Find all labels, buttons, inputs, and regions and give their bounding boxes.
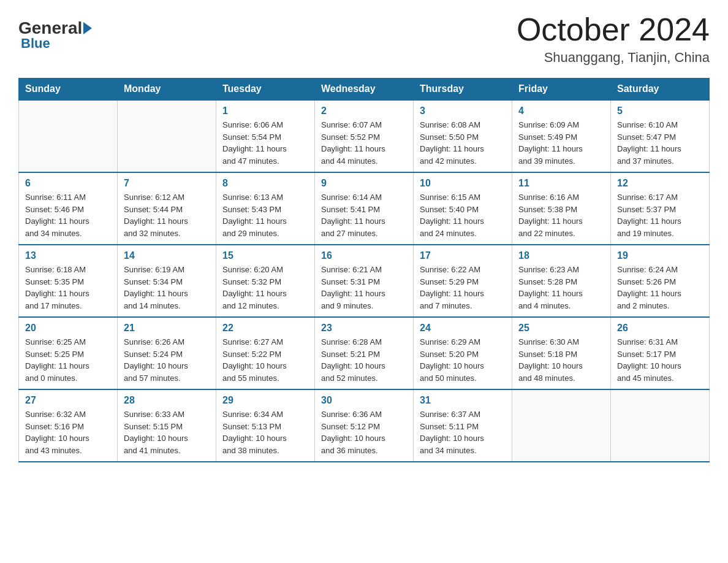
- weekday-header-tuesday: Tuesday: [216, 79, 315, 101]
- calendar-cell: 28Sunrise: 6:33 AM Sunset: 5:15 PM Dayli…: [118, 389, 216, 462]
- calendar-cell: 27Sunrise: 6:32 AM Sunset: 5:16 PM Dayli…: [19, 389, 118, 462]
- day-info: Sunrise: 6:23 AM Sunset: 5:28 PM Dayligh…: [518, 264, 604, 312]
- calendar-cell: 26Sunrise: 6:31 AM Sunset: 5:17 PM Dayli…: [611, 317, 710, 389]
- calendar-cell: 10Sunrise: 6:15 AM Sunset: 5:40 PM Dayli…: [414, 172, 512, 245]
- calendar-week-row: 6Sunrise: 6:11 AM Sunset: 5:46 PM Daylig…: [19, 172, 710, 245]
- day-number: 12: [617, 178, 703, 189]
- day-number: 13: [25, 250, 111, 261]
- day-number: 23: [321, 323, 407, 334]
- day-number: 30: [321, 395, 407, 406]
- day-number: 31: [420, 395, 506, 406]
- day-info: Sunrise: 6:25 AM Sunset: 5:25 PM Dayligh…: [25, 336, 111, 384]
- day-info: Sunrise: 6:07 AM Sunset: 5:52 PM Dayligh…: [321, 119, 407, 167]
- calendar-cell: 20Sunrise: 6:25 AM Sunset: 5:25 PM Dayli…: [19, 317, 118, 389]
- calendar-cell: 29Sunrise: 6:34 AM Sunset: 5:13 PM Dayli…: [216, 389, 315, 462]
- day-info: Sunrise: 6:08 AM Sunset: 5:50 PM Dayligh…: [420, 119, 506, 167]
- calendar-table: SundayMondayTuesdayWednesdayThursdayFrid…: [18, 78, 710, 462]
- calendar-cell: 25Sunrise: 6:30 AM Sunset: 5:18 PM Dayli…: [512, 317, 611, 389]
- calendar-cell: 5Sunrise: 6:10 AM Sunset: 5:47 PM Daylig…: [611, 100, 710, 172]
- day-number: 4: [518, 105, 604, 117]
- calendar-cell: 9Sunrise: 6:14 AM Sunset: 5:41 PM Daylig…: [315, 172, 414, 245]
- calendar-week-row: 20Sunrise: 6:25 AM Sunset: 5:25 PM Dayli…: [19, 317, 710, 389]
- day-number: 25: [518, 323, 604, 334]
- calendar-cell: 16Sunrise: 6:21 AM Sunset: 5:31 PM Dayli…: [315, 245, 414, 317]
- day-info: Sunrise: 6:29 AM Sunset: 5:20 PM Dayligh…: [420, 336, 506, 384]
- day-number: 7: [124, 178, 210, 189]
- day-info: Sunrise: 6:10 AM Sunset: 5:47 PM Dayligh…: [617, 119, 703, 167]
- day-number: 17: [420, 250, 506, 261]
- location-title: Shuanggang, Tianjin, China: [517, 50, 710, 66]
- day-number: 20: [25, 323, 111, 334]
- calendar-cell: 23Sunrise: 6:28 AM Sunset: 5:21 PM Dayli…: [315, 317, 414, 389]
- day-number: 9: [321, 178, 407, 189]
- day-info: Sunrise: 6:24 AM Sunset: 5:26 PM Dayligh…: [617, 264, 703, 312]
- day-number: 1: [222, 105, 308, 117]
- day-number: 6: [25, 178, 111, 189]
- title-area: October 2024 Shuanggang, Tianjin, China: [517, 12, 710, 66]
- calendar-cell: 30Sunrise: 6:36 AM Sunset: 5:12 PM Dayli…: [315, 389, 414, 462]
- day-info: Sunrise: 6:30 AM Sunset: 5:18 PM Dayligh…: [518, 336, 604, 384]
- day-info: Sunrise: 6:32 AM Sunset: 5:16 PM Dayligh…: [25, 408, 111, 456]
- weekday-header-monday: Monday: [118, 79, 216, 101]
- day-number: 19: [617, 250, 703, 261]
- calendar-cell: [118, 100, 216, 172]
- day-number: 27: [25, 395, 111, 406]
- calendar-cell: 18Sunrise: 6:23 AM Sunset: 5:28 PM Dayli…: [512, 245, 611, 317]
- calendar-cell: 13Sunrise: 6:18 AM Sunset: 5:35 PM Dayli…: [19, 245, 118, 317]
- weekday-header-sunday: Sunday: [19, 79, 118, 101]
- calendar-cell: 24Sunrise: 6:29 AM Sunset: 5:20 PM Dayli…: [414, 317, 512, 389]
- day-number: 21: [124, 323, 210, 334]
- calendar-cell: 17Sunrise: 6:22 AM Sunset: 5:29 PM Dayli…: [414, 245, 512, 317]
- day-info: Sunrise: 6:21 AM Sunset: 5:31 PM Dayligh…: [321, 264, 407, 312]
- day-number: 5: [617, 105, 703, 117]
- day-info: Sunrise: 6:26 AM Sunset: 5:24 PM Dayligh…: [124, 336, 210, 384]
- calendar-cell: 1Sunrise: 6:06 AM Sunset: 5:54 PM Daylig…: [216, 100, 315, 172]
- calendar-cell: [611, 389, 710, 462]
- page-header: General Blue October 2024 Shuanggang, Ti…: [18, 12, 710, 66]
- calendar-week-row: 27Sunrise: 6:32 AM Sunset: 5:16 PM Dayli…: [19, 389, 710, 462]
- day-number: 11: [518, 178, 604, 189]
- day-info: Sunrise: 6:37 AM Sunset: 5:11 PM Dayligh…: [420, 408, 506, 456]
- day-info: Sunrise: 6:31 AM Sunset: 5:17 PM Dayligh…: [617, 336, 703, 384]
- day-info: Sunrise: 6:09 AM Sunset: 5:49 PM Dayligh…: [518, 119, 604, 167]
- calendar-cell: 19Sunrise: 6:24 AM Sunset: 5:26 PM Dayli…: [611, 245, 710, 317]
- day-info: Sunrise: 6:16 AM Sunset: 5:38 PM Dayligh…: [518, 191, 604, 239]
- day-info: Sunrise: 6:27 AM Sunset: 5:22 PM Dayligh…: [222, 336, 308, 384]
- calendar-cell: 31Sunrise: 6:37 AM Sunset: 5:11 PM Dayli…: [414, 389, 512, 462]
- month-title: October 2024: [517, 12, 710, 47]
- calendar-cell: 8Sunrise: 6:13 AM Sunset: 5:43 PM Daylig…: [216, 172, 315, 245]
- calendar-cell: [19, 100, 118, 172]
- day-number: 10: [420, 178, 506, 189]
- logo-blue-text: Blue: [21, 36, 50, 52]
- day-info: Sunrise: 6:28 AM Sunset: 5:21 PM Dayligh…: [321, 336, 407, 384]
- day-number: 18: [518, 250, 604, 261]
- calendar-cell: 4Sunrise: 6:09 AM Sunset: 5:49 PM Daylig…: [512, 100, 611, 172]
- calendar-cell: [512, 389, 611, 462]
- weekday-header-row: SundayMondayTuesdayWednesdayThursdayFrid…: [19, 79, 710, 101]
- day-info: Sunrise: 6:18 AM Sunset: 5:35 PM Dayligh…: [25, 264, 111, 312]
- calendar-cell: 11Sunrise: 6:16 AM Sunset: 5:38 PM Dayli…: [512, 172, 611, 245]
- calendar-week-row: 1Sunrise: 6:06 AM Sunset: 5:54 PM Daylig…: [19, 100, 710, 172]
- calendar-cell: 14Sunrise: 6:19 AM Sunset: 5:34 PM Dayli…: [118, 245, 216, 317]
- calendar-cell: 21Sunrise: 6:26 AM Sunset: 5:24 PM Dayli…: [118, 317, 216, 389]
- day-info: Sunrise: 6:36 AM Sunset: 5:12 PM Dayligh…: [321, 408, 407, 456]
- day-info: Sunrise: 6:12 AM Sunset: 5:44 PM Dayligh…: [124, 191, 210, 239]
- day-info: Sunrise: 6:06 AM Sunset: 5:54 PM Dayligh…: [222, 119, 308, 167]
- day-info: Sunrise: 6:34 AM Sunset: 5:13 PM Dayligh…: [222, 408, 308, 456]
- day-info: Sunrise: 6:14 AM Sunset: 5:41 PM Dayligh…: [321, 191, 407, 239]
- logo: General Blue: [18, 12, 92, 52]
- calendar-cell: 22Sunrise: 6:27 AM Sunset: 5:22 PM Dayli…: [216, 317, 315, 389]
- day-number: 22: [222, 323, 308, 334]
- day-info: Sunrise: 6:19 AM Sunset: 5:34 PM Dayligh…: [124, 264, 210, 312]
- day-info: Sunrise: 6:11 AM Sunset: 5:46 PM Dayligh…: [25, 191, 111, 239]
- day-number: 28: [124, 395, 210, 406]
- day-number: 8: [222, 178, 308, 189]
- weekday-header-saturday: Saturday: [611, 79, 710, 101]
- calendar-cell: 3Sunrise: 6:08 AM Sunset: 5:50 PM Daylig…: [414, 100, 512, 172]
- calendar-cell: 7Sunrise: 6:12 AM Sunset: 5:44 PM Daylig…: [118, 172, 216, 245]
- day-number: 24: [420, 323, 506, 334]
- day-number: 2: [321, 105, 407, 117]
- calendar-cell: 2Sunrise: 6:07 AM Sunset: 5:52 PM Daylig…: [315, 100, 414, 172]
- day-number: 14: [124, 250, 210, 261]
- weekday-header-friday: Friday: [512, 79, 611, 101]
